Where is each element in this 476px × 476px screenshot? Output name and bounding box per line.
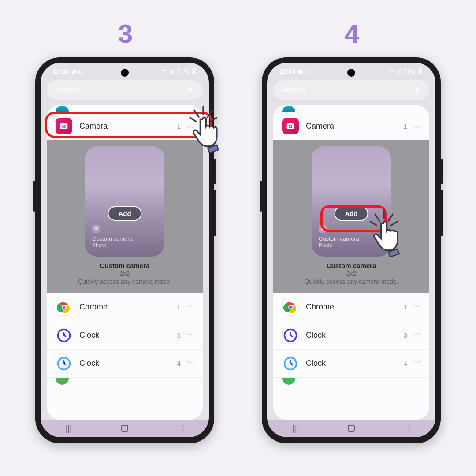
widget-group-label: Clock — [79, 331, 99, 340]
svg-rect-19 — [348, 425, 354, 431]
search-placeholder: Search — [55, 86, 78, 94]
camera-icon: ◙ — [92, 225, 100, 233]
widget-group-clock[interactable]: Clock 3 ﹀ — [47, 321, 203, 350]
chevron-down-icon: ﹀ — [413, 359, 420, 368]
phone-side-button — [214, 159, 216, 184]
widget-group-label: Clock — [306, 331, 326, 340]
clock-icon — [282, 355, 299, 372]
phone-side-button — [441, 190, 443, 236]
widget-group-clock-alt[interactable]: Clock 4 ﹀ — [273, 350, 429, 378]
widget-count: 4 — [177, 360, 181, 367]
camera-icon — [282, 118, 299, 134]
widget-group-camera[interactable]: Camera 1 ︿ — [47, 112, 203, 140]
front-camera-hole — [121, 69, 129, 77]
svg-rect-1 — [193, 68, 194, 69]
back-button[interactable]: 〈 — [176, 424, 185, 433]
status-time: 12:03 — [279, 68, 295, 75]
no-sim-icon: ⊘ — [396, 68, 401, 75]
widget-group-label: Clock — [79, 359, 99, 368]
clock-icon — [282, 327, 299, 344]
svg-rect-12 — [420, 70, 422, 73]
chevron-down-icon: ﹀ — [413, 302, 420, 312]
clock-icon — [56, 327, 72, 344]
widget-search-input[interactable]: Search — [47, 80, 203, 100]
widget-group-chrome[interactable]: Chrome 1 ﹀ — [47, 293, 203, 321]
home-button[interactable] — [347, 424, 356, 433]
widget-group-clock[interactable]: Clock 3 ﹀ — [273, 321, 429, 350]
mic-icon[interactable] — [185, 85, 195, 95]
widget-group-camera[interactable]: Camera 1 ︿ — [273, 112, 429, 140]
phone-step-3: 12:03 ▧ ▷ ⊘ 71% Search — [35, 57, 214, 443]
search-placeholder: Search — [281, 86, 305, 94]
widget-search-input[interactable]: Search — [273, 80, 429, 100]
widget-count: 1 — [404, 303, 407, 311]
back-button[interactable]: 〈 — [403, 424, 412, 433]
widget-expanded-area: Add ◙ Custom camera Photo Custom camera … — [47, 140, 203, 293]
widget-count: 1 — [404, 123, 407, 130]
nav-bar: ||| 〈 — [41, 420, 209, 437]
recents-button[interactable]: ||| — [64, 424, 73, 433]
widget-group-label: Chrome — [79, 302, 108, 312]
list-item-peek-top — [47, 105, 203, 112]
chrome-icon — [56, 299, 72, 316]
svg-rect-11 — [420, 68, 421, 69]
widget-count: 4 — [404, 360, 407, 367]
front-camera-hole — [347, 69, 355, 77]
chevron-down-icon: ﹀ — [187, 331, 194, 340]
widget-group-chrome[interactable]: Chrome 1 ﹀ — [273, 293, 429, 321]
widget-panel: Camera 1 ︿ Add ◙ Custom camera Photo Cus… — [273, 105, 429, 420]
phone-side-button — [260, 181, 262, 212]
widget-preview-caption: ◙ Custom camera Photo — [92, 225, 133, 249]
recents-button[interactable]: ||| — [291, 424, 300, 433]
widget-preview[interactable]: Add ◙ Custom camera Photo — [312, 146, 391, 257]
widget-group-label: Chrome — [306, 302, 334, 312]
widget-group-label: Clock — [306, 359, 326, 368]
camera-icon — [56, 118, 72, 134]
mic-icon[interactable] — [412, 85, 421, 95]
phone-step-4: 12:03 ▧ ▷ ⊘ 71% Search Camera 1 ︿ — [262, 57, 441, 443]
widget-description: Quickly access any camera mode. — [304, 278, 398, 285]
widget-title: Custom camera — [100, 262, 150, 269]
widget-count: 3 — [177, 331, 181, 339]
status-time: 12:03 — [53, 68, 69, 75]
widget-description: Quickly access any camera mode. — [78, 278, 171, 285]
wifi-icon — [387, 68, 394, 75]
chevron-up-icon: ︿ — [187, 122, 194, 131]
clock-icon — [56, 355, 72, 372]
widget-group-label: Camera — [306, 122, 334, 131]
home-button[interactable] — [120, 424, 129, 433]
widget-size: 2x2 — [346, 270, 357, 277]
svg-rect-2 — [193, 70, 195, 73]
widget-preview[interactable]: Add ◙ Custom camera Photo — [85, 146, 164, 257]
battery-text: 71% — [177, 68, 189, 75]
add-widget-button[interactable]: Add — [334, 206, 368, 221]
list-item-peek-top — [273, 105, 429, 112]
widget-panel: Camera 1 ︿ Add ◙ Custom camera Photo Cus… — [47, 105, 203, 420]
widget-group-clock-alt[interactable]: Clock 4 ﹀ — [47, 350, 203, 378]
step-number-4: 4 — [345, 19, 359, 49]
add-widget-button[interactable]: Add — [108, 206, 141, 221]
battery-icon — [418, 68, 423, 75]
chevron-down-icon: ﹀ — [187, 359, 194, 368]
wifi-icon — [161, 68, 167, 75]
step-number-3: 3 — [118, 19, 133, 49]
nav-bar: ||| 〈 — [267, 420, 435, 437]
widget-count: 1 — [177, 303, 181, 311]
widget-size: 2x2 — [120, 270, 130, 277]
widget-group-label: Camera — [79, 122, 108, 131]
widget-preview-caption: ◙ Custom camera Photo — [319, 225, 359, 249]
widget-count: 1 — [177, 123, 181, 130]
play-store-icon: ▷ — [79, 68, 84, 75]
screen: 12:03 ▧ ▷ ⊘ 71% Search Camera 1 ︿ — [267, 63, 435, 437]
list-item-peek-bottom — [47, 378, 203, 386]
play-store-icon: ▷ — [306, 68, 310, 75]
phone-side-button — [33, 181, 35, 212]
chevron-down-icon: ﹀ — [413, 331, 420, 340]
widget-count: 3 — [404, 331, 407, 339]
widget-expanded-area: Add ◙ Custom camera Photo Custom camera … — [273, 140, 429, 293]
battery-icon — [191, 68, 197, 75]
no-sim-icon: ⊘ — [170, 68, 175, 75]
chrome-icon — [282, 299, 299, 316]
picture-icon: ▧ — [71, 68, 77, 75]
phone-side-button — [214, 190, 216, 236]
